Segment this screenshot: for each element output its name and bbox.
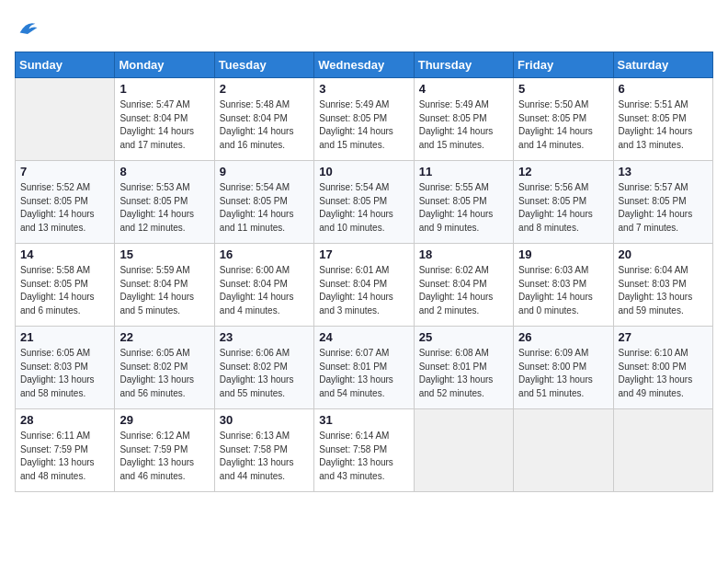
day-number: 18 <box>419 247 508 261</box>
day-info: Sunrise: 5:54 AM Sunset: 8:05 PM Dayligh… <box>319 181 408 235</box>
day-number: 4 <box>419 82 508 96</box>
calendar-cell: 8Sunrise: 5:53 AM Sunset: 8:05 PM Daylig… <box>115 161 214 244</box>
day-number: 2 <box>220 82 309 96</box>
day-number: 13 <box>619 165 708 178</box>
calendar-cell: 25Sunrise: 6:08 AM Sunset: 8:01 PM Dayli… <box>414 327 513 409</box>
day-info: Sunrise: 5:49 AM Sunset: 8:05 PM Dayligh… <box>319 98 408 152</box>
logo <box>15 15 44 40</box>
calendar-cell: 15Sunrise: 5:59 AM Sunset: 8:04 PM Dayli… <box>115 244 214 327</box>
day-info: Sunrise: 6:14 AM Sunset: 7:58 PM Dayligh… <box>319 430 408 483</box>
day-info: Sunrise: 6:00 AM Sunset: 8:04 PM Dayligh… <box>220 264 309 317</box>
day-info: Sunrise: 5:57 AM Sunset: 8:05 PM Dayligh… <box>619 181 708 235</box>
day-info: Sunrise: 6:05 AM Sunset: 8:02 PM Dayligh… <box>119 347 209 400</box>
col-header-thursday: Thursday <box>414 52 513 78</box>
day-number: 8 <box>119 165 209 178</box>
day-number: 16 <box>220 247 309 261</box>
day-info: Sunrise: 6:02 AM Sunset: 8:04 PM Dayligh… <box>419 264 508 317</box>
day-number: 23 <box>220 330 309 344</box>
day-number: 20 <box>619 247 708 261</box>
calendar-cell: 14Sunrise: 5:58 AM Sunset: 8:05 PM Dayli… <box>16 244 115 327</box>
day-info: Sunrise: 5:50 AM Sunset: 8:05 PM Dayligh… <box>518 98 608 152</box>
day-info: Sunrise: 5:53 AM Sunset: 8:05 PM Dayligh… <box>119 181 209 235</box>
day-info: Sunrise: 6:13 AM Sunset: 7:58 PM Dayligh… <box>220 430 309 483</box>
day-number: 3 <box>319 82 408 96</box>
calendar-cell: 16Sunrise: 6:00 AM Sunset: 8:04 PM Dayli… <box>214 244 313 327</box>
day-info: Sunrise: 6:07 AM Sunset: 8:01 PM Dayligh… <box>319 347 408 400</box>
day-info: Sunrise: 6:10 AM Sunset: 8:00 PM Dayligh… <box>619 347 708 400</box>
day-number: 12 <box>518 165 608 178</box>
calendar-cell: 11Sunrise: 5:55 AM Sunset: 8:05 PM Dayli… <box>414 161 513 244</box>
day-info: Sunrise: 5:52 AM Sunset: 8:05 PM Dayligh… <box>20 181 109 235</box>
page-header <box>15 15 713 40</box>
day-info: Sunrise: 6:06 AM Sunset: 8:02 PM Dayligh… <box>220 347 309 400</box>
calendar-table: SundayMondayTuesdayWednesdayThursdayFrid… <box>15 52 713 492</box>
calendar-cell: 26Sunrise: 6:09 AM Sunset: 8:00 PM Dayli… <box>514 327 613 409</box>
calendar-cell: 24Sunrise: 6:07 AM Sunset: 8:01 PM Dayli… <box>314 327 414 409</box>
calendar-cell: 10Sunrise: 5:54 AM Sunset: 8:05 PM Dayli… <box>314 161 414 244</box>
day-number: 30 <box>220 413 309 427</box>
day-info: Sunrise: 6:11 AM Sunset: 7:59 PM Dayligh… <box>20 430 109 483</box>
calendar-cell <box>514 409 613 492</box>
day-info: Sunrise: 5:51 AM Sunset: 8:05 PM Dayligh… <box>619 98 708 152</box>
day-info: Sunrise: 6:08 AM Sunset: 8:01 PM Dayligh… <box>419 347 508 400</box>
calendar-cell: 22Sunrise: 6:05 AM Sunset: 8:02 PM Dayli… <box>115 327 214 409</box>
col-header-saturday: Saturday <box>613 52 712 78</box>
calendar-cell: 30Sunrise: 6:13 AM Sunset: 7:58 PM Dayli… <box>214 409 313 492</box>
calendar-cell: 31Sunrise: 6:14 AM Sunset: 7:58 PM Dayli… <box>314 409 414 492</box>
day-info: Sunrise: 6:12 AM Sunset: 7:59 PM Dayligh… <box>119 430 209 483</box>
col-header-monday: Monday <box>115 52 214 78</box>
calendar-cell: 6Sunrise: 5:51 AM Sunset: 8:05 PM Daylig… <box>613 78 712 161</box>
day-number: 17 <box>319 247 408 261</box>
day-number: 1 <box>119 82 209 96</box>
calendar-cell: 19Sunrise: 6:03 AM Sunset: 8:03 PM Dayli… <box>514 244 613 327</box>
day-number: 19 <box>518 247 608 261</box>
calendar-cell: 21Sunrise: 6:05 AM Sunset: 8:03 PM Dayli… <box>16 327 115 409</box>
calendar-cell: 13Sunrise: 5:57 AM Sunset: 8:05 PM Dayli… <box>613 161 712 244</box>
day-number: 9 <box>220 165 309 178</box>
calendar-cell: 17Sunrise: 6:01 AM Sunset: 8:04 PM Dayli… <box>314 244 414 327</box>
day-number: 25 <box>419 330 508 344</box>
day-number: 27 <box>619 330 708 344</box>
logo-icon <box>15 15 40 40</box>
calendar-cell: 2Sunrise: 5:48 AM Sunset: 8:04 PM Daylig… <box>214 78 313 161</box>
day-number: 15 <box>119 247 209 261</box>
calendar-cell: 23Sunrise: 6:06 AM Sunset: 8:02 PM Dayli… <box>214 327 313 409</box>
day-number: 22 <box>119 330 209 344</box>
day-number: 26 <box>518 330 608 344</box>
calendar-cell: 12Sunrise: 5:56 AM Sunset: 8:05 PM Dayli… <box>514 161 613 244</box>
calendar-cell: 3Sunrise: 5:49 AM Sunset: 8:05 PM Daylig… <box>314 78 414 161</box>
day-number: 24 <box>319 330 408 344</box>
col-header-friday: Friday <box>514 52 613 78</box>
day-number: 5 <box>518 82 608 96</box>
day-number: 21 <box>20 330 109 344</box>
calendar-cell: 5Sunrise: 5:50 AM Sunset: 8:05 PM Daylig… <box>514 78 613 161</box>
day-number: 28 <box>20 413 109 427</box>
day-info: Sunrise: 5:47 AM Sunset: 8:04 PM Dayligh… <box>119 98 209 152</box>
calendar-cell: 7Sunrise: 5:52 AM Sunset: 8:05 PM Daylig… <box>16 161 115 244</box>
day-info: Sunrise: 5:55 AM Sunset: 8:05 PM Dayligh… <box>419 181 508 235</box>
col-header-sunday: Sunday <box>16 52 115 78</box>
calendar-cell: 29Sunrise: 6:12 AM Sunset: 7:59 PM Dayli… <box>115 409 214 492</box>
day-number: 31 <box>319 413 408 427</box>
calendar-cell: 18Sunrise: 6:02 AM Sunset: 8:04 PM Dayli… <box>414 244 513 327</box>
day-number: 11 <box>419 165 508 178</box>
day-number: 7 <box>20 165 109 178</box>
day-info: Sunrise: 6:03 AM Sunset: 8:03 PM Dayligh… <box>518 264 608 317</box>
day-info: Sunrise: 6:01 AM Sunset: 8:04 PM Dayligh… <box>319 264 408 317</box>
day-info: Sunrise: 5:49 AM Sunset: 8:05 PM Dayligh… <box>419 98 508 152</box>
calendar-cell: 27Sunrise: 6:10 AM Sunset: 8:00 PM Dayli… <box>613 327 712 409</box>
calendar-cell: 20Sunrise: 6:04 AM Sunset: 8:03 PM Dayli… <box>613 244 712 327</box>
day-info: Sunrise: 6:04 AM Sunset: 8:03 PM Dayligh… <box>619 264 708 317</box>
calendar-cell: 4Sunrise: 5:49 AM Sunset: 8:05 PM Daylig… <box>414 78 513 161</box>
col-header-wednesday: Wednesday <box>314 52 414 78</box>
calendar-cell: 28Sunrise: 6:11 AM Sunset: 7:59 PM Dayli… <box>16 409 115 492</box>
day-info: Sunrise: 6:09 AM Sunset: 8:00 PM Dayligh… <box>518 347 608 400</box>
day-info: Sunrise: 5:54 AM Sunset: 8:05 PM Dayligh… <box>220 181 309 235</box>
calendar-cell <box>613 409 712 492</box>
day-number: 14 <box>20 247 109 261</box>
day-info: Sunrise: 6:05 AM Sunset: 8:03 PM Dayligh… <box>20 347 109 400</box>
calendar-cell: 9Sunrise: 5:54 AM Sunset: 8:05 PM Daylig… <box>214 161 313 244</box>
calendar-cell: 1Sunrise: 5:47 AM Sunset: 8:04 PM Daylig… <box>115 78 214 161</box>
day-info: Sunrise: 5:56 AM Sunset: 8:05 PM Dayligh… <box>518 181 608 235</box>
day-number: 6 <box>619 82 708 96</box>
